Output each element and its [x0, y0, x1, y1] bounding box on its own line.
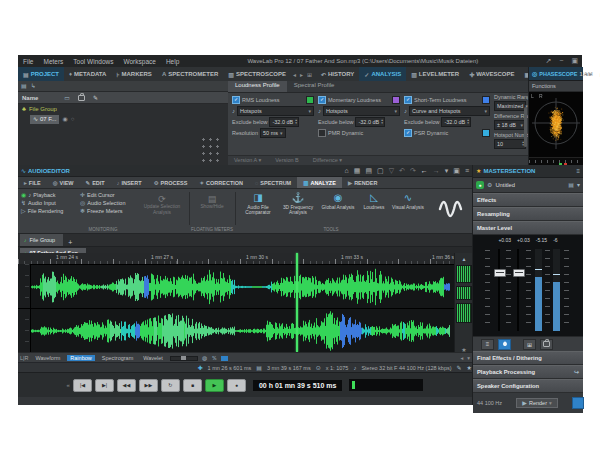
tab-history[interactable]: ↶HISTORY: [316, 67, 359, 81]
momentary-loudness-checkbox[interactable]: ✓: [318, 96, 326, 104]
tab-scroll-left-icon[interactable]: ◂: [291, 67, 298, 81]
freeze-meters-button[interactable]: ❄Freeze Meters: [80, 208, 125, 214]
menu-help[interactable]: Help: [161, 58, 184, 65]
tree-expand-icon[interactable]: ▤: [21, 83, 27, 89]
resolution-dropdown[interactable]: 50 ms▾: [260, 128, 286, 138]
playback-cursor[interactable]: [296, 253, 298, 352]
tab-scroll-right-icon[interactable]: ▸: [298, 67, 305, 81]
timeline-ruler[interactable]: 1 mn 24 s 1 mn 27 s 1 mn 30 s 1 mn 33 s …: [18, 253, 454, 265]
resampling-section-header[interactable]: Resampling: [473, 207, 583, 221]
ribbon-tab-analyze[interactable]: ▥ANALYZE: [297, 177, 342, 188]
nav-forward-icon[interactable]: →: [433, 167, 440, 174]
forward-button[interactable]: ▶▶: [139, 379, 158, 392]
version-a-label[interactable]: Version A ▾: [234, 157, 261, 163]
shortterm-exclude-spinner[interactable]: -32.0 dB▴▾: [441, 117, 471, 127]
ribbon-tab-process[interactable]: ⚙PROCESS: [148, 177, 194, 188]
tab-analysis[interactable]: ✓ANALYSIS: [359, 67, 406, 81]
shortterm-mode-dropdown[interactable]: Curve and Hotspots▾: [409, 106, 490, 116]
final-effects-section-header[interactable]: Final Effects / Dithering: [473, 351, 583, 365]
difference-range-dropdown[interactable]: ± 18 dB▾: [494, 120, 526, 130]
play-button[interactable]: ▶: [205, 379, 224, 392]
momentary-exclude-spinner[interactable]: -32.0 dB▴▾: [355, 117, 385, 127]
loop-button[interactable]: ↻: [161, 379, 180, 392]
ribbon-tab-correction[interactable]: ✦CORRECTION: [193, 177, 249, 188]
loudness-button[interactable]: ◺Loudness: [355, 192, 393, 210]
dynamic-range-dropdown[interactable]: Maximized▾: [494, 101, 526, 111]
visibility-eye-icon[interactable]: ◉: [62, 116, 67, 122]
ribbon-tab-view[interactable]: ◎VIEW: [47, 177, 80, 188]
ribbon-tab-spectrum[interactable]: ◌SPECTRUM: [249, 177, 297, 188]
hscroll-left-icon[interactable]: ◂: [460, 355, 463, 361]
psr-dynamic-checkbox[interactable]: ✓: [404, 129, 412, 137]
file-status-icon[interactable]: ○: [71, 116, 75, 122]
restore-icon[interactable]: ↗: [541, 57, 555, 64]
menu-workspace[interactable]: Workspace: [118, 58, 160, 65]
ribbon-tab-edit[interactable]: ✎EDIT: [80, 177, 111, 188]
speaker-config-button[interactable]: [572, 397, 584, 409]
audio-file-comparator-button[interactable]: ◨Audio File Comparator: [239, 192, 277, 216]
mode-wavelet[interactable]: Wavelet: [140, 355, 166, 361]
rms-speaker-icon[interactable]: ♪: [232, 108, 235, 114]
ribbon-tab-render[interactable]: ▶RENDER: [342, 177, 383, 188]
rms-color-swatch[interactable]: [306, 96, 314, 104]
audio-format-value[interactable]: Stereo 32 bit F 44 100 Hz (128 kbps): [361, 365, 451, 371]
ribbon-tab-file[interactable]: ▸FILE: [18, 177, 47, 188]
go-to-end-button[interactable]: ▶|: [95, 379, 114, 392]
tab-markers[interactable]: ⊦MARKERS: [111, 67, 156, 81]
channel-lr-label[interactable]: L|R: [20, 355, 28, 361]
stop-button[interactable]: ■: [183, 379, 202, 392]
fader-left-handle[interactable]: [494, 269, 506, 277]
master-settings-icon[interactable]: ⚙: [487, 182, 492, 188]
fullscreen-icon[interactable]: ▣: [453, 167, 460, 175]
waveform-view[interactable]: 1 mn 24 s 1 mn 27 s 1 mn 30 s 1 mn 33 s …: [18, 253, 454, 352]
channel-toggle-icon[interactable]: [221, 356, 228, 361]
phasescope-page-number[interactable]: 1: [579, 71, 582, 77]
edit-cursor-button[interactable]: ✛Edit Cursor: [80, 192, 125, 198]
phasescope-functions-button[interactable]: Functions: [529, 81, 583, 92]
shortterm-speaker-icon[interactable]: ♪: [404, 108, 407, 114]
fader-right-handle[interactable]: [513, 269, 525, 277]
tab-spectroscope[interactable]: ▥SPECTROSCOPE: [223, 67, 291, 81]
tree-collapse-icon[interactable]: ↳: [31, 83, 36, 89]
show-hide-meters-button[interactable]: ▤Show/Hide: [194, 195, 230, 209]
preset-dropdown-icon[interactable]: ▾: [577, 182, 580, 188]
tab-spectral-profile[interactable]: Spectral Profile: [287, 81, 342, 92]
nav-back-icon[interactable]: ←: [421, 167, 428, 174]
edit-column-icon[interactable]: ✎: [93, 95, 98, 101]
pmr-dynamic-checkbox[interactable]: ✓: [318, 129, 326, 137]
mode-spectrogram[interactable]: Spectrogram: [99, 355, 137, 361]
name-column-header[interactable]: Name: [22, 95, 38, 101]
audio-input-button[interactable]: ↯Audio Input: [21, 200, 63, 206]
preset-name[interactable]: Untitled: [495, 182, 515, 188]
tab-wavescope[interactable]: ✚WAVESCOPE: [464, 67, 519, 81]
layout-grid-icon[interactable]: ▦: [354, 167, 361, 175]
master-power-button[interactable]: ●: [476, 181, 484, 189]
freq-3d-analysis-button[interactable]: ⚓3D Frequency Analysis: [279, 192, 317, 216]
difference-label[interactable]: Difference ▾: [313, 157, 342, 163]
meter-mode-button[interactable]: ⊞: [523, 339, 536, 350]
playback-processing-section-header[interactable]: Playback Processing↪: [473, 365, 583, 379]
record-button[interactable]: ●: [227, 379, 246, 392]
momentary-speaker-icon[interactable]: ♪: [318, 108, 321, 114]
add-tab-button[interactable]: +: [63, 239, 77, 246]
total-time-value[interactable]: 3 mn 39 s 167 ms: [267, 365, 311, 371]
open-folder-icon[interactable]: ▢: [377, 167, 384, 175]
maximize-icon[interactable]: ▣: [567, 57, 582, 64]
cursor-time-value[interactable]: 1 mn 26 s 601 ms: [208, 365, 252, 371]
phasescope-prev-icon[interactable]: ◂: [585, 71, 588, 77]
tab-metadata[interactable]: ♦METADATA: [64, 67, 111, 81]
shortterm-color-swatch[interactable]: [482, 96, 490, 104]
save-icon[interactable]: ▽: [389, 167, 394, 175]
marker-zero-icon[interactable]: ◍: [202, 355, 207, 361]
fader-left-track[interactable]: [498, 249, 500, 331]
clip-thumbnail[interactable]: [456, 265, 472, 283]
ribbon-tab-insert[interactable]: ♪INSERT: [111, 177, 148, 188]
rms-loudness-checkbox[interactable]: ✓: [232, 96, 240, 104]
blend-slider[interactable]: [170, 356, 198, 361]
menu-meters[interactable]: Meters: [38, 58, 68, 65]
speaker-configuration-section-header[interactable]: Speaker Configuration: [473, 379, 583, 393]
go-to-start-button[interactable]: |◀: [73, 379, 92, 392]
meter-menu-button[interactable]: ≡: [481, 339, 494, 350]
home-icon[interactable]: ⌂: [345, 167, 349, 174]
tab-spectrometer[interactable]: ASPECTROMETER: [157, 67, 223, 81]
